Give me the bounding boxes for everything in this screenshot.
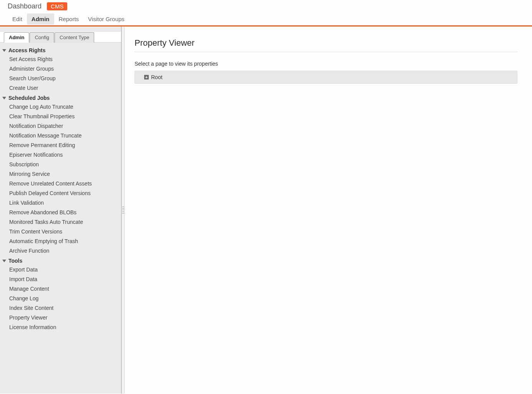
page-title: Property Viewer [135,38,517,52]
splitter-grip-icon [122,206,124,214]
sidebar-item[interactable]: Archive Function [9,246,121,255]
sidebar-item[interactable]: Search User/Group [9,73,121,83]
page-tree: + Root [135,71,517,84]
sidebar-item[interactable]: Import Data [9,274,121,284]
nav-edit[interactable]: Edit [8,13,27,25]
sidebar-item[interactable]: Administer Groups [9,64,121,73]
helper-text: Select a page to view its properties [135,61,517,67]
group-header-scheduled-jobs[interactable]: Scheduled Jobs [0,93,121,102]
sidebar-tabs: Admin Config Content Type [0,32,121,43]
nav-reports[interactable]: Reports [54,13,84,25]
chevron-down-icon [2,97,6,99]
sidebar-item[interactable]: Property Viewer [9,313,121,322]
tab-admin[interactable]: Admin [4,32,29,43]
tab-config[interactable]: Config [30,32,54,43]
sidebar-item[interactable]: License Information [9,322,121,332]
sidebar-item[interactable]: Export Data [9,265,121,274]
group-header-tools[interactable]: Tools [0,255,121,265]
sidebar-item[interactable]: Set Access Rights [9,54,121,64]
sidebar-item[interactable]: Remove Unrelated Content Assets [9,179,121,188]
top-header: Dashboard CMS Edit Admin Reports Visitor… [0,0,532,25]
workspace: Admin Config Content Type Access Rights … [0,26,532,394]
sidebar-item[interactable]: Episerver Notifications [9,150,121,159]
dashboard-title: Dashboard [8,2,42,10]
sidebar-item[interactable]: Create User [9,83,121,93]
group-title: Tools [8,258,22,264]
sidebar-item[interactable]: Notification Dispatcher [9,121,121,131]
sidebar-body: Access Rights Set Access Rights Administ… [0,43,121,332]
sidebar-item[interactable]: Mirroring Service [9,169,121,179]
sidebar-item[interactable]: Monitored Tasks Auto Truncate [9,217,121,227]
tree-label: Root [151,74,163,80]
sidebar-item[interactable]: Index Site Content [9,303,121,313]
sidebar-item[interactable]: Change Log [9,293,121,303]
group-items-tools: Export Data Import Data Manage Content C… [0,265,121,332]
sidebar-item[interactable]: Link Validation [9,198,121,207]
splitter[interactable] [121,26,125,394]
group-items-scheduled-jobs: Change Log Auto Truncate Clear Thumbnail… [0,102,121,255]
nav-visitor-groups[interactable]: Visitor Groups [83,13,129,25]
expand-icon[interactable]: + [144,75,149,79]
title-row: Dashboard CMS [8,2,524,10]
sidebar-item[interactable]: Change Log Auto Truncate [9,102,121,111]
group-title: Access Rights [8,47,45,53]
sidebar-item[interactable]: Clear Thumbnail Properties [9,111,121,121]
sidebar: Admin Config Content Type Access Rights … [0,26,121,394]
main-content: Property Viewer Select a page to view it… [125,26,532,394]
sidebar-item[interactable]: Subscription [9,159,121,169]
sidebar-item[interactable]: Publish Delayed Content Versions [9,188,121,198]
tree-row-root[interactable]: + Root [140,74,512,80]
cms-badge[interactable]: CMS [47,2,67,10]
sidebar-item[interactable]: Automatic Emptying of Trash [9,236,121,246]
group-title: Scheduled Jobs [8,95,50,101]
sidebar-item[interactable]: Notification Message Truncate [9,131,121,140]
sidebar-item[interactable]: Trim Content Versions [9,227,121,236]
sidebar-item[interactable]: Remove Abandoned BLOBs [9,207,121,217]
chevron-down-icon [2,49,6,52]
group-items-access-rights: Set Access Rights Administer Groups Sear… [0,54,121,93]
sidebar-item[interactable]: Manage Content [9,284,121,293]
top-nav: Edit Admin Reports Visitor Groups [8,13,524,25]
chevron-down-icon [2,260,6,262]
sidebar-item[interactable]: Remove Permanent Editing [9,140,121,150]
tab-content-type[interactable]: Content Type [55,32,94,43]
nav-admin[interactable]: Admin [27,13,54,25]
group-header-access-rights[interactable]: Access Rights [0,45,121,54]
